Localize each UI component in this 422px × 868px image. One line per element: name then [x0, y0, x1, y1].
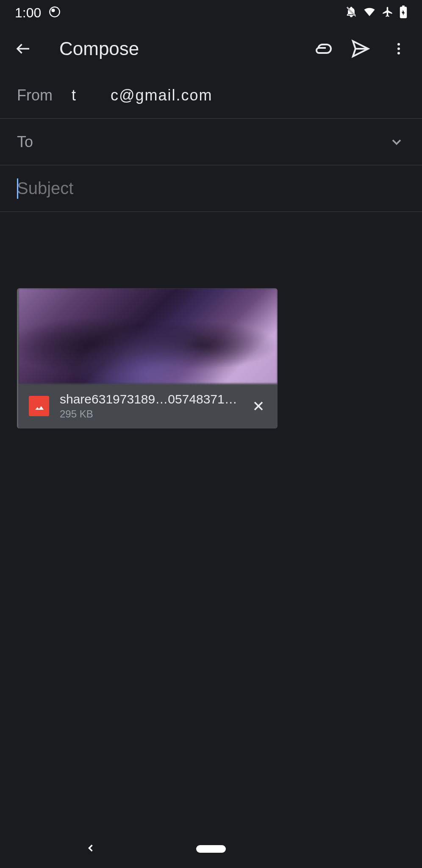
svg-point-1 — [52, 8, 55, 12]
battery-charging-icon — [400, 6, 407, 20]
from-label: From — [17, 86, 53, 104]
back-button[interactable] — [13, 38, 34, 59]
expand-recipients-button[interactable] — [388, 134, 405, 150]
more-options-button[interactable] — [388, 38, 409, 59]
send-button[interactable] — [350, 38, 371, 59]
navigation-bar — [0, 830, 422, 868]
wifi-icon — [363, 6, 376, 19]
svg-point-6 — [397, 47, 400, 50]
attachment-card: share631973189…05748371.png 295 KB — [17, 288, 278, 428]
remove-attachment-button[interactable] — [250, 398, 267, 415]
from-email: tc@gmail.com — [72, 86, 213, 104]
svg-point-5 — [397, 43, 400, 46]
app-indicator-icon — [49, 6, 61, 19]
to-label: To — [17, 133, 33, 151]
attachment-filesize: 295 KB — [60, 408, 239, 420]
attach-button[interactable] — [312, 38, 333, 59]
subject-input[interactable] — [17, 179, 405, 198]
nav-back-button[interactable] — [85, 842, 97, 856]
status-time: 1:00 — [15, 5, 41, 21]
page-title: Compose — [59, 38, 299, 59]
svg-point-7 — [397, 52, 400, 55]
text-cursor — [17, 178, 18, 199]
status-bar: 1:00 — [0, 0, 422, 25]
svg-point-0 — [50, 7, 60, 17]
attachment-filename: share631973189…05748371.png — [60, 392, 239, 406]
nav-home-pill[interactable] — [196, 845, 226, 853]
to-field[interactable]: To — [0, 119, 422, 165]
attachment-thumbnail[interactable] — [18, 288, 278, 384]
airplane-mode-icon — [382, 6, 394, 19]
from-field[interactable]: From tc@gmail.com — [0, 72, 422, 119]
image-file-icon — [29, 396, 49, 416]
subject-field[interactable] — [0, 165, 422, 212]
notifications-off-icon — [345, 6, 357, 19]
compose-body[interactable]: share631973189…05748371.png 295 KB — [0, 212, 422, 445]
app-bar: Compose — [0, 25, 422, 72]
